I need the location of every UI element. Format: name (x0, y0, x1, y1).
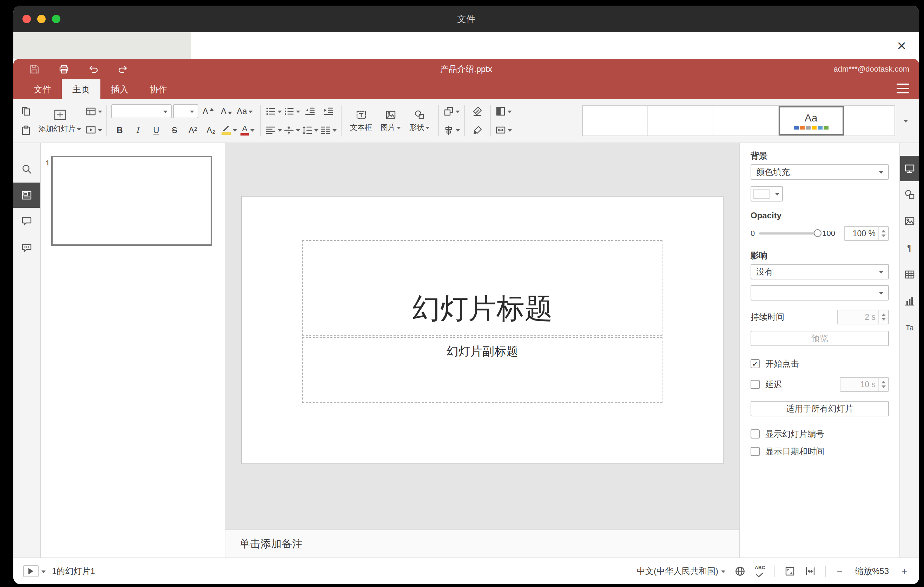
toolbar: 添加幻灯片 A A (13, 99, 919, 143)
save-icon[interactable] (29, 64, 40, 75)
tab-insert[interactable]: 插入 (101, 79, 139, 99)
theme-option-3[interactable] (713, 106, 779, 135)
spellcheck-icon[interactable]: ABC (755, 565, 765, 577)
arrange-shapes-button[interactable] (443, 103, 460, 120)
theme-option-2[interactable] (648, 106, 713, 135)
delay-checkbox[interactable] (751, 380, 760, 389)
minimize-window-button[interactable] (37, 15, 46, 23)
apply-to-all-button[interactable]: 适用于所有幻灯片 (751, 401, 889, 416)
show-slide-number-checkbox[interactable] (751, 429, 760, 439)
insert-shape-button[interactable]: 形状 (405, 99, 434, 143)
start-on-click-checkbox[interactable]: ✓ (751, 359, 760, 368)
columns-button[interactable] (320, 122, 337, 139)
slide-canvas[interactable]: 幻灯片标题 幻灯片副标题 (225, 143, 739, 529)
theme-option-1[interactable] (583, 106, 648, 135)
numbered-list-button[interactable] (283, 103, 300, 120)
mac-window: 文件 × (13, 6, 919, 584)
opacity-input[interactable]: 100 % (844, 226, 889, 241)
table-settings-icon[interactable] (900, 261, 919, 288)
search-icon[interactable] (13, 156, 40, 183)
horizontal-align-button[interactable] (265, 122, 282, 139)
start-slideshow-button[interactable] (85, 122, 102, 139)
bold-button[interactable]: B (111, 122, 128, 139)
insert-image-button[interactable]: 图片 (376, 99, 405, 143)
fit-width-icon[interactable] (805, 566, 816, 577)
insert-textbox-button[interactable]: 文本框 (346, 99, 376, 143)
play-icon[interactable] (23, 565, 39, 577)
slide-layout-button[interactable] (85, 103, 102, 120)
line-spacing-button[interactable] (302, 122, 318, 139)
print-icon[interactable] (58, 64, 69, 75)
color-scheme-button[interactable] (495, 103, 512, 120)
zoom-out-icon[interactable]: − (835, 566, 845, 577)
theme-colors (794, 126, 828, 130)
highlight-color-button[interactable] (221, 122, 238, 139)
slide-title-placeholder[interactable]: 幻灯片标题 (302, 240, 662, 336)
text-art-settings-icon[interactable]: Ta (900, 315, 919, 341)
tab-home[interactable]: 主页 (62, 79, 101, 99)
theme-gallery-expand-icon[interactable] (898, 106, 914, 136)
close-icon[interactable]: × (891, 35, 912, 56)
underline-button[interactable]: U (148, 122, 165, 139)
opacity-slider[interactable] (759, 232, 818, 234)
show-date-time-checkbox[interactable] (751, 447, 760, 456)
increase-font-button[interactable]: A (200, 103, 216, 120)
slide-thumbnail[interactable] (51, 156, 212, 246)
notes-area[interactable]: 单击添加备注 (225, 529, 739, 557)
shape-icon (414, 109, 425, 120)
add-slide-button[interactable]: 添加幻灯片 (35, 99, 85, 143)
chart-settings-icon[interactable] (900, 288, 919, 315)
effect-select[interactable]: 没有 (751, 264, 889, 279)
opacity-min-label: 0 (751, 229, 755, 238)
decrease-font-button[interactable]: A (218, 103, 235, 120)
start-slideshow-control[interactable] (23, 565, 46, 577)
delay-input[interactable]: 10 s (840, 377, 889, 392)
background-color-picker[interactable] (751, 186, 783, 201)
redo-icon[interactable] (117, 64, 129, 75)
tab-collaboration[interactable]: 协作 (139, 79, 178, 99)
bullet-list-button[interactable] (265, 103, 282, 120)
increase-indent-button[interactable] (320, 103, 337, 120)
paste-button[interactable] (18, 122, 35, 139)
change-case-button[interactable]: Aa (236, 103, 253, 120)
left-sidebar (13, 143, 41, 557)
undo-icon[interactable] (88, 64, 99, 75)
tab-file[interactable]: 文件 (23, 79, 62, 99)
clear-style-button[interactable] (469, 103, 486, 120)
decrease-indent-button[interactable] (302, 103, 318, 120)
fit-slide-icon[interactable] (784, 566, 795, 577)
image-settings-icon[interactable] (900, 208, 919, 234)
vertical-align-button[interactable] (283, 122, 300, 139)
font-color-button[interactable]: A (239, 122, 256, 139)
slide-size-button[interactable] (495, 122, 512, 139)
slides-panel-icon[interactable] (13, 183, 40, 208)
duration-input[interactable]: 2 s (837, 310, 889, 325)
menu-icon[interactable] (897, 84, 909, 93)
italic-button[interactable]: I (130, 122, 147, 139)
close-window-button[interactable] (23, 15, 31, 23)
opacity-slider-knob[interactable] (814, 229, 822, 237)
subscript-button[interactable]: A₂ (203, 122, 219, 139)
font-size-combo[interactable] (173, 104, 198, 118)
slide[interactable]: 幻灯片标题 幻灯片副标题 (241, 196, 724, 464)
background-fill-select[interactable]: 颜色填充 (751, 164, 889, 180)
chat-icon[interactable] (13, 234, 40, 261)
slide-subtitle-placeholder[interactable]: 幻灯片副标题 (302, 337, 662, 403)
zoom-in-icon[interactable]: + (899, 566, 909, 577)
theme-option-selected[interactable]: Aa (779, 106, 844, 135)
copy-button[interactable] (18, 103, 35, 120)
align-shapes-button[interactable] (443, 122, 460, 139)
shape-settings-icon[interactable] (900, 181, 919, 208)
copy-style-button[interactable] (469, 122, 486, 139)
font-name-combo[interactable] (111, 104, 172, 118)
strikeout-button[interactable]: S (166, 122, 183, 139)
paragraph-settings-icon[interactable]: ¶ (900, 234, 919, 261)
language-selector[interactable]: 中文(中华人民共和国) (637, 566, 725, 577)
effect-type-select[interactable] (751, 285, 889, 300)
slide-settings-icon[interactable] (900, 156, 919, 181)
comments-icon[interactable] (13, 208, 40, 234)
superscript-button[interactable]: A² (184, 122, 201, 139)
preview-button[interactable]: 预览 (751, 331, 889, 346)
zoom-window-button[interactable] (52, 15, 60, 23)
document-language-icon[interactable] (734, 566, 746, 577)
